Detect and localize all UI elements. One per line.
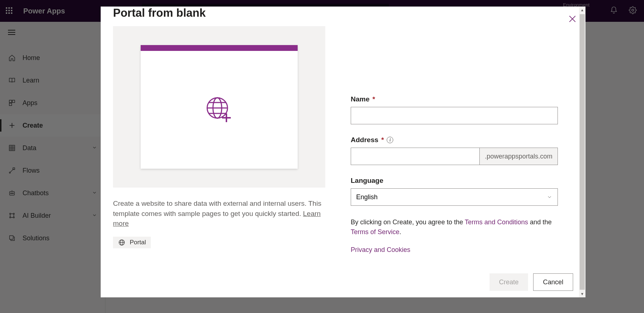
terms-service-link[interactable]: Terms of Service [351, 228, 399, 236]
portal-tag: Portal [113, 237, 151, 248]
legal-text: By clicking on Create, you agree to the … [351, 217, 558, 237]
language-label: Language [351, 177, 558, 185]
close-icon[interactable] [567, 14, 577, 25]
terms-conditions-link[interactable]: Terms and Conditions [465, 218, 528, 226]
create-button[interactable]: Create [490, 273, 528, 291]
scroll-thumb[interactable] [580, 14, 585, 290]
globe-plus-icon [141, 51, 298, 169]
address-input[interactable] [351, 148, 479, 165]
modal-footer: Create Cancel [101, 267, 585, 297]
chevron-down-icon [547, 194, 552, 200]
modal-title: Portal from blank [101, 7, 585, 26]
portal-from-blank-modal: Portal from blank [101, 7, 585, 297]
modal-scrollbar[interactable]: ▲ ▼ [579, 7, 585, 297]
language-select[interactable]: English [351, 188, 558, 206]
name-label: Name* [351, 95, 558, 103]
scroll-up-icon[interactable]: ▲ [580, 7, 584, 13]
privacy-cookies-link[interactable]: Privacy and Cookies [351, 246, 410, 253]
scroll-down-icon[interactable]: ▼ [580, 290, 584, 297]
info-icon[interactable]: i [387, 137, 393, 143]
template-description: Create a website to share data with exte… [113, 198, 325, 229]
address-suffix: .powerappsportals.com [479, 148, 558, 165]
cancel-button[interactable]: Cancel [533, 273, 573, 291]
name-input[interactable] [351, 107, 558, 124]
template-preview [113, 26, 325, 188]
globe-icon [118, 239, 125, 246]
address-label: Address* i [351, 136, 558, 144]
